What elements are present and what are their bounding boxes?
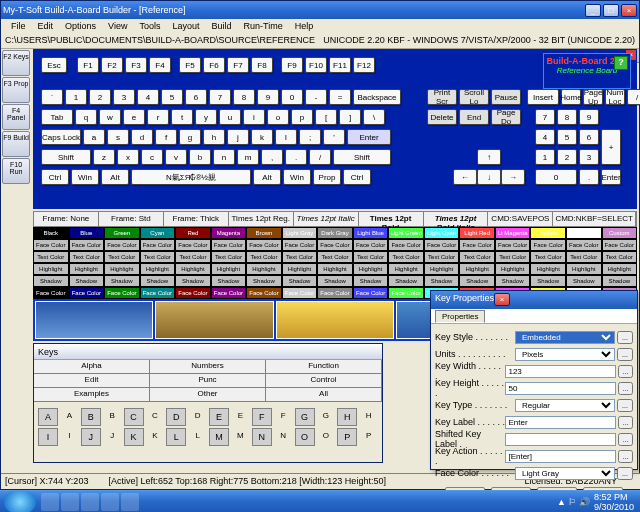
color-light-gray[interactable]: Light Gray	[282, 227, 318, 239]
menu-layout[interactable]: Layout	[166, 19, 205, 35]
picker-key-i[interactable]: I	[38, 428, 58, 446]
key-7[interactable]: 7	[209, 89, 231, 105]
key-8[interactable]: 8	[557, 109, 577, 125]
key-3[interactable]: 3	[113, 89, 135, 105]
key-o[interactable]: o	[267, 109, 289, 125]
picker-key-g[interactable]: G	[295, 408, 315, 426]
prop-keywidth[interactable]	[505, 365, 616, 378]
picker-key-l[interactable]: L	[166, 428, 186, 446]
key-k[interactable]: k	[251, 129, 273, 145]
menu-help[interactable]: Help	[289, 19, 320, 35]
prop-facecolor[interactable]: Light Gray	[515, 467, 615, 480]
key-d[interactable]: d	[131, 129, 153, 145]
key-c[interactable]: c	[141, 149, 163, 165]
key-pageup[interactable]: Page Up	[583, 89, 603, 105]
swatch[interactable]: Shadow	[69, 275, 105, 287]
tab-other[interactable]: Other	[150, 388, 266, 401]
swatch[interactable]: Text Color	[140, 251, 176, 263]
key-ctrl[interactable]: Ctrl	[41, 169, 69, 185]
swatch[interactable]: Text Color	[459, 251, 495, 263]
key-home[interactable]: Home	[561, 89, 581, 105]
prop-more-button[interactable]: ...	[618, 365, 633, 378]
swatch[interactable]: Face Color	[69, 239, 105, 251]
key-3[interactable]: 3	[579, 149, 599, 165]
menu-run-time[interactable]: Run-Time	[237, 19, 288, 35]
key-g[interactable]: g	[179, 129, 201, 145]
key-shift[interactable]: Shift	[41, 149, 91, 165]
picker-key-d[interactable]: D	[166, 408, 186, 426]
picker-key-o[interactable]: O	[295, 428, 315, 446]
swatch[interactable]: Shadow	[211, 275, 247, 287]
close-button[interactable]: ×	[621, 4, 637, 17]
swatch[interactable]: Text Color	[530, 251, 566, 263]
dialog-close-icon[interactable]: ×	[494, 293, 510, 306]
prop-keytype[interactable]: Regular	[515, 399, 615, 412]
swatch[interactable]: Face Color	[317, 287, 353, 299]
key-u[interactable]: u	[219, 109, 241, 125]
image-thumb[interactable]	[276, 301, 394, 339]
swatch[interactable]: Shadow	[353, 275, 389, 287]
swatch[interactable]: Shadow	[140, 275, 176, 287]
picker-key-b[interactable]: B	[81, 408, 101, 426]
menu-edit[interactable]: Edit	[32, 19, 60, 35]
side-f4-panel[interactable]: F4 Panel	[2, 104, 30, 130]
key-z[interactable]: z	[93, 149, 115, 165]
properties-tab[interactable]: Properties	[435, 310, 485, 323]
image-thumb[interactable]	[155, 301, 273, 339]
key-[interactable]: ,	[261, 149, 283, 165]
key-numloc[interactable]: Num Loc	[605, 89, 625, 105]
swatch[interactable]: Text Color	[495, 251, 531, 263]
key-[interactable]: /	[627, 89, 640, 105]
prop-keyaction[interactable]	[505, 450, 616, 463]
key-[interactable]: -	[305, 89, 327, 105]
swatch[interactable]: Face Color	[246, 239, 282, 251]
swatch[interactable]: Face Color	[602, 239, 638, 251]
swatch[interactable]: Face Color	[317, 239, 353, 251]
menu-tools[interactable]: Tools	[133, 19, 166, 35]
key-win[interactable]: Win	[283, 169, 311, 185]
swatch[interactable]: Highlight	[282, 263, 318, 275]
swatch[interactable]: Text Color	[104, 251, 140, 263]
key-enter[interactable]: Enter	[601, 169, 621, 185]
key-e[interactable]: e	[123, 109, 145, 125]
swatch[interactable]: Highlight	[459, 263, 495, 275]
swatch[interactable]: Text Color	[353, 251, 389, 263]
key-[interactable]: ↓	[477, 169, 501, 185]
swatch[interactable]: Face Color	[353, 239, 389, 251]
key-l[interactable]: l	[275, 129, 297, 145]
swatch[interactable]: Highlight	[602, 263, 638, 275]
side-f2-keys[interactable]: F2 Keys	[2, 50, 30, 76]
color-green[interactable]: Green	[104, 227, 140, 239]
key-a[interactable]: a	[83, 129, 105, 145]
minimize-button[interactable]: _	[585, 4, 601, 17]
swatch[interactable]: Face Color	[353, 287, 389, 299]
key-prop[interactable]: Prop	[313, 169, 341, 185]
task-icon[interactable]	[81, 493, 99, 511]
swatch[interactable]: Text Color	[317, 251, 353, 263]
picker-key-k[interactable]: K	[124, 428, 144, 446]
swatch[interactable]: Shadow	[282, 275, 318, 287]
task-icon[interactable]	[121, 493, 139, 511]
swatch[interactable]: Face Color	[175, 239, 211, 251]
key-delete[interactable]: Delete	[427, 109, 457, 125]
frame-option[interactable]: Times 12pt Reg.	[229, 212, 294, 226]
key-[interactable]: +	[601, 129, 621, 165]
picker-key-m[interactable]: M	[209, 428, 229, 446]
key-printscr[interactable]: Print Scr	[427, 89, 457, 105]
tab-all[interactable]: All	[266, 388, 382, 401]
swatch[interactable]: Highlight	[69, 263, 105, 275]
swatch[interactable]: Text Color	[424, 251, 460, 263]
prop-keyheight[interactable]	[505, 382, 616, 395]
key-[interactable]: ;	[299, 129, 321, 145]
swatch[interactable]: Highlight	[317, 263, 353, 275]
picker-key-e[interactable]: E	[209, 408, 229, 426]
side-f9-build[interactable]: F9 Build	[2, 131, 30, 157]
key-pause[interactable]: Pause	[491, 89, 521, 105]
key-s[interactable]: s	[107, 129, 129, 145]
frame-option[interactable]: Times 12pt Bold Italic	[424, 212, 489, 226]
prop-keylabel[interactable]	[505, 416, 616, 429]
swatch[interactable]: Shadow	[459, 275, 495, 287]
tab-alpha[interactable]: Alpha	[34, 360, 150, 373]
key-w[interactable]: w	[99, 109, 121, 125]
key-7[interactable]: 7	[535, 109, 555, 125]
